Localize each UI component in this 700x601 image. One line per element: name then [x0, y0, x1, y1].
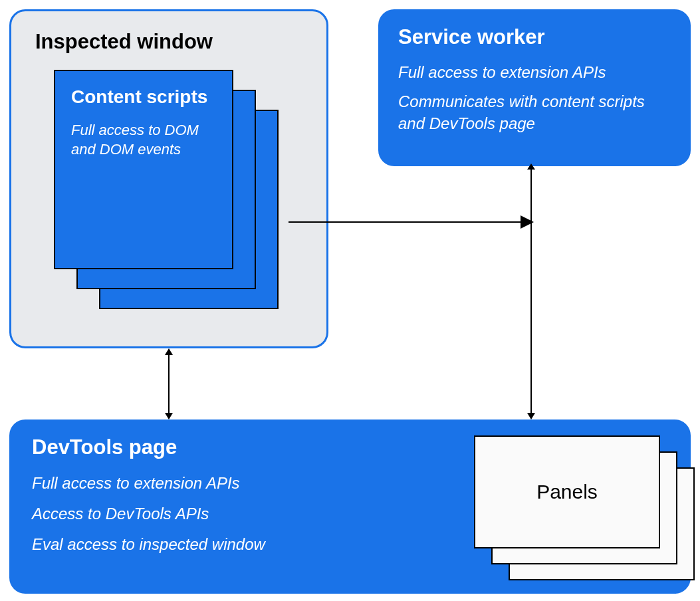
- panels-stack: Panels: [474, 435, 660, 548]
- service-worker-desc2: Communicates with content scripts and De…: [398, 90, 671, 135]
- architecture-diagram: Inspected window Content scripts Full ac…: [9, 9, 691, 592]
- panels-title: Panels: [536, 481, 598, 503]
- arrow-iw-down-triangle: [165, 413, 173, 420]
- service-worker-title: Service worker: [398, 25, 671, 49]
- content-scripts-description: Full access to DOM and DOM events: [71, 120, 216, 160]
- arrow-iw-up-triangle: [165, 348, 173, 355]
- inspected-window-box: Inspected window Content scripts Full ac…: [9, 9, 328, 348]
- content-scripts-title: Content scripts: [71, 86, 216, 108]
- arrow-sw-devtools-head: [527, 413, 535, 420]
- panel-card-front: Panels: [474, 435, 660, 548]
- service-worker-box: Service worker Full access to extension …: [378, 9, 691, 166]
- content-script-card-front: Content scripts Full access to DOM and D…: [54, 70, 233, 269]
- service-worker-desc1: Full access to extension APIs: [398, 61, 671, 84]
- inspected-window-title: Inspected window: [35, 30, 302, 54]
- devtools-page-box: DevTools page Full access to extension A…: [9, 420, 691, 594]
- content-scripts-stack: Content scripts Full access to DOM and D…: [54, 70, 302, 269]
